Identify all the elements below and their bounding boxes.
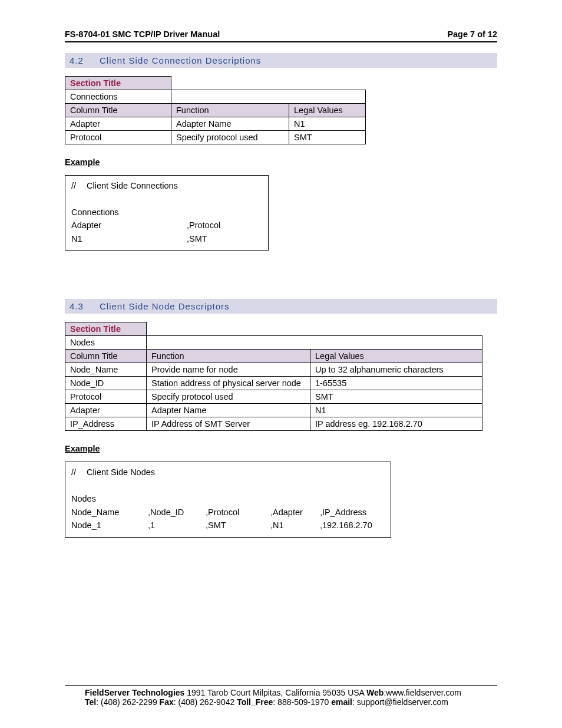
table-row: Protocol Specify protocol used SMT bbox=[65, 390, 482, 404]
table-4-2: Section Title Connections Column Title F… bbox=[65, 76, 366, 144]
cell: Specify protocol used bbox=[147, 390, 310, 404]
footer-tel-label: Tel bbox=[85, 697, 96, 707]
footer-tel-value: : (408) 262-2299 bbox=[96, 697, 159, 707]
cell: Specify protocol used bbox=[171, 131, 289, 144]
example-4-3-box: // Client Side Nodes Nodes Node_Name ,No… bbox=[65, 462, 391, 537]
cell: Protocol bbox=[65, 131, 171, 144]
section-4-2-number: 4.2 bbox=[70, 55, 84, 65]
text: Node_Name bbox=[71, 506, 148, 519]
footer-email-label: email bbox=[331, 697, 352, 707]
table-row: IP_Address IP Address of SMT Server IP a… bbox=[65, 417, 482, 431]
cell: N1 bbox=[310, 404, 482, 417]
text: Nodes bbox=[71, 492, 385, 505]
cell: Column Title bbox=[65, 104, 171, 117]
page-header: FS-8704-01 SMC TCP/IP Driver Manual Page… bbox=[65, 29, 497, 42]
cell: Adapter Name bbox=[171, 117, 289, 131]
table-row: Adapter Adapter Name N1 bbox=[65, 404, 482, 417]
table-row: Node_Name Provide name for node Up to 32… bbox=[65, 363, 482, 377]
text: N1 bbox=[71, 232, 187, 245]
cell: Nodes bbox=[65, 336, 147, 350]
cell: Column Title bbox=[65, 350, 147, 363]
cell: Function bbox=[171, 104, 289, 117]
cell: Up to 32 alphanumeric characters bbox=[310, 363, 482, 377]
section-4-3-title: Client Side Node Descriptors bbox=[100, 301, 230, 311]
text: ,N1 bbox=[270, 519, 320, 532]
cell: N1 bbox=[289, 117, 366, 131]
text: Node_1 bbox=[71, 519, 148, 532]
cell: Legal Values bbox=[310, 350, 482, 363]
example-4-2-label: Example bbox=[65, 157, 497, 167]
footer-fax-label: Fax bbox=[160, 697, 174, 707]
text: Connections bbox=[71, 206, 262, 219]
cell-section-title: Section Title bbox=[65, 322, 147, 336]
text: ,SMT bbox=[187, 232, 207, 245]
cell: Function bbox=[147, 350, 310, 363]
footer-web-label: Web bbox=[366, 688, 384, 697]
cell: Adapter bbox=[65, 404, 147, 417]
table-4-3-hdr1: Section Title bbox=[65, 322, 482, 336]
section-4-2-heading: 4.2 Client Side Connection Descriptions bbox=[65, 53, 497, 68]
header-right: Page 7 of 12 bbox=[447, 29, 497, 39]
cell: SMT bbox=[310, 390, 482, 404]
table-row: Node_ID Station address of physical serv… bbox=[65, 377, 482, 390]
text: ,SMT bbox=[206, 519, 270, 532]
cell: Connections bbox=[65, 90, 171, 104]
cell: SMT bbox=[289, 131, 366, 144]
example-4-2-box: // Client Side Connections Connections A… bbox=[65, 175, 269, 251]
page-footer: FieldServer Technologies 1991 Tarob Cour… bbox=[65, 685, 497, 707]
table-4-3: Section Title Nodes Column Title Functio… bbox=[65, 322, 482, 431]
table-4-3-sectionval: Nodes bbox=[65, 336, 482, 350]
section-4-3-heading: 4.3 Client Side Node Descriptors bbox=[65, 299, 497, 314]
footer-fax-value: : (408) 262-9042 bbox=[174, 697, 237, 707]
cell: IP Address of SMT Server bbox=[147, 417, 310, 431]
text: ,192.168.2.70 bbox=[320, 519, 372, 532]
table-row: Adapter Adapter Name N1 bbox=[65, 117, 366, 131]
table-row: Protocol Specify protocol used SMT bbox=[65, 131, 366, 144]
footer-company: FieldServer Technologies bbox=[85, 688, 184, 697]
text: ,1 bbox=[148, 519, 206, 532]
cell: Provide name for node bbox=[147, 363, 310, 377]
cell: Adapter bbox=[65, 117, 171, 131]
cell: Protocol bbox=[65, 390, 147, 404]
table-4-2-hdr1: Section Title bbox=[65, 77, 366, 90]
text: ,Protocol bbox=[206, 506, 270, 519]
text: Adapter bbox=[71, 219, 187, 232]
cell: Adapter Name bbox=[147, 404, 310, 417]
text: ,Protocol bbox=[187, 219, 220, 232]
cell: Legal Values bbox=[289, 104, 366, 117]
cell: Station address of physical server node bbox=[147, 377, 310, 390]
cell-section-title: Section Title bbox=[65, 77, 171, 90]
table-4-2-sectionval: Connections bbox=[65, 90, 366, 104]
header-left: FS-8704-01 SMC TCP/IP Driver Manual bbox=[65, 29, 220, 39]
footer-tollfree-value: : 888-509-1970 bbox=[273, 697, 331, 707]
example-4-3-label: Example bbox=[65, 444, 497, 453]
text: ,IP_Address bbox=[320, 506, 366, 519]
section-4-2-title: Client Side Connection Descriptions bbox=[100, 55, 261, 65]
cell: Node_Name bbox=[65, 363, 147, 377]
text: ,Node_ID bbox=[148, 506, 206, 519]
text: // bbox=[71, 179, 87, 192]
cell: Node_ID bbox=[65, 377, 147, 390]
footer-address: 1991 Tarob Court Milpitas, California 95… bbox=[184, 688, 366, 697]
text: Client Side Connections bbox=[87, 179, 178, 192]
table-4-3-hdr2: Column Title Function Legal Values bbox=[65, 350, 482, 363]
footer-email-value: : support@fieldserver.com bbox=[352, 697, 448, 707]
cell: IP address eg. 192.168.2.70 bbox=[310, 417, 482, 431]
footer-web-value: :www.fieldserver.com bbox=[384, 688, 461, 697]
text: // bbox=[71, 466, 87, 479]
section-4-3-number: 4.3 bbox=[70, 301, 84, 311]
cell: IP_Address bbox=[65, 417, 147, 431]
text: ,Adapter bbox=[270, 506, 320, 519]
text: Client Side Nodes bbox=[87, 466, 155, 479]
footer-tollfree-label: Toll_Free bbox=[237, 697, 273, 707]
table-4-2-hdr2: Column Title Function Legal Values bbox=[65, 104, 366, 117]
cell: 1-65535 bbox=[310, 377, 482, 390]
